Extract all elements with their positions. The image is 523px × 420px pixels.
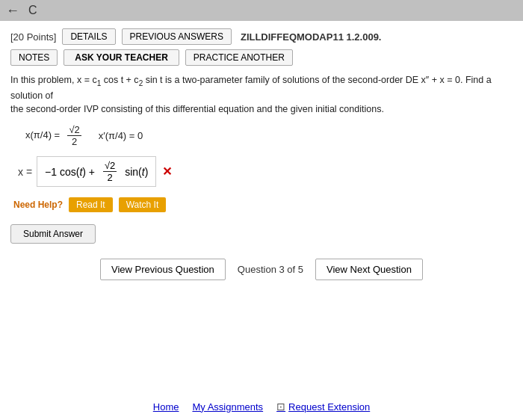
answer-denom: 2 bbox=[105, 172, 114, 183]
question-counter: Question 3 of 5 bbox=[233, 259, 308, 280]
need-help-row: Need Help? Read It Watch It bbox=[13, 197, 513, 212]
problem-text-line1: In this problem, x = c1 cos t + c2 sin t… bbox=[10, 75, 492, 101]
ic-numerator: √2 bbox=[67, 124, 81, 136]
x-equals-label: x = bbox=[18, 166, 32, 178]
answer-fraction: √2 2 bbox=[103, 160, 117, 183]
notes-button[interactable]: NOTES bbox=[10, 49, 58, 66]
need-help-label: Need Help? bbox=[13, 200, 63, 210]
points-label: [20 Points] bbox=[10, 31, 56, 43]
request-extension-label: Request Extension bbox=[288, 401, 370, 413]
view-previous-question-button[interactable]: View Previous Question bbox=[100, 259, 226, 280]
main-content: [20 Points] DETAILS PREVIOUS ANSWERS ZIL… bbox=[0, 21, 523, 395]
header-row1: [20 Points] DETAILS PREVIOUS ANSWERS ZIL… bbox=[10, 28, 513, 45]
initial-conditions: x(π/4) = √2 2 x′(π/4) = 0 bbox=[25, 124, 513, 147]
navigation-row: View Previous Question Question 3 of 5 V… bbox=[10, 259, 513, 280]
footer-row: Home My Assignments ⊡ Request Extension bbox=[0, 395, 523, 420]
ask-teacher-button[interactable]: ASK YOUR TEACHER bbox=[64, 49, 179, 66]
back-arrow-icon[interactable]: ← bbox=[6, 3, 19, 19]
browser-top-bar: ← C bbox=[0, 0, 523, 21]
answer-sin: sin(t) bbox=[122, 166, 148, 178]
header-row2: NOTES ASK YOUR TEACHER PRACTICE ANOTHER bbox=[10, 49, 513, 66]
answer-value: −1 cos(t) + bbox=[45, 166, 98, 178]
ic-right: x′(π/4) = 0 bbox=[99, 130, 143, 141]
watch-it-button[interactable]: Watch It bbox=[119, 197, 167, 212]
view-next-question-button[interactable]: View Next Question bbox=[315, 259, 423, 280]
answer-sqrt2: √2 bbox=[103, 160, 117, 172]
request-extension-link[interactable]: ⊡ Request Extension bbox=[276, 401, 370, 413]
answer-box: −1 cos(t) + √2 2 sin(t) bbox=[37, 156, 156, 187]
practice-another-button[interactable]: PRACTICE ANOTHER bbox=[185, 49, 293, 66]
problem-text-line2: the second-order IVP consisting of this … bbox=[10, 104, 384, 114]
wrong-icon: ✕ bbox=[162, 164, 172, 179]
submit-row: Submit Answer bbox=[10, 224, 513, 244]
read-it-button[interactable]: Read It bbox=[69, 197, 113, 212]
answer-row: x = −1 cos(t) + √2 2 sin(t) ✕ bbox=[18, 156, 513, 187]
ic-fraction: √2 2 bbox=[67, 124, 81, 147]
ic-denominator: 2 bbox=[70, 136, 78, 147]
details-button[interactable]: DETAILS bbox=[62, 28, 115, 45]
my-assignments-link[interactable]: My Assignments bbox=[192, 401, 263, 413]
ic-left: x(π/4) = √2 2 bbox=[25, 124, 84, 147]
home-link[interactable]: Home bbox=[153, 401, 179, 413]
refresh-icon[interactable]: C bbox=[28, 4, 37, 17]
submit-answer-button[interactable]: Submit Answer bbox=[10, 224, 96, 244]
previous-answers-button[interactable]: PREVIOUS ANSWERS bbox=[122, 28, 232, 45]
problem-text: In this problem, x = c1 cos t + c2 sin t… bbox=[10, 73, 513, 117]
course-label: ZILLDIFFEQMODAP11 1.2.009. bbox=[241, 31, 382, 43]
request-extension-icon: ⊡ bbox=[276, 401, 285, 413]
